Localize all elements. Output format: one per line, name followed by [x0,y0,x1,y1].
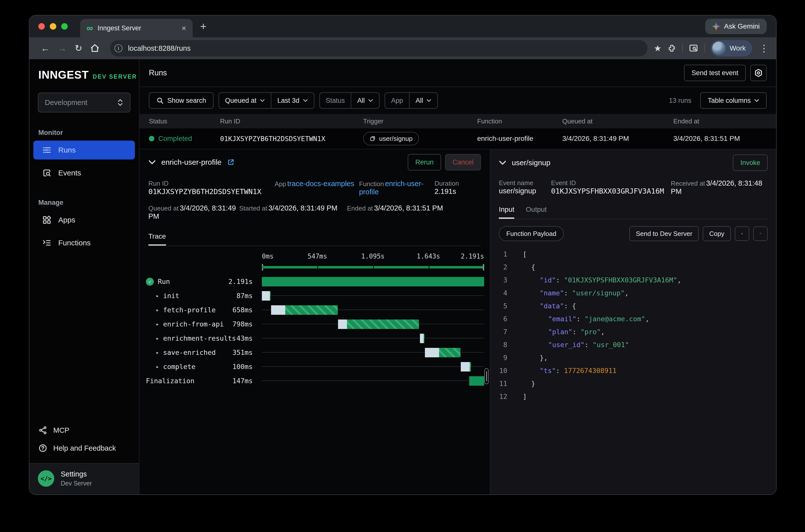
cancel-button[interactable]: Cancel [445,154,481,170]
sidebar-item-help[interactable]: Help and Feedback [30,439,139,457]
browser-menu-icon[interactable]: ⋮ [759,43,769,54]
close-window-button[interactable] [38,23,45,30]
profile-button[interactable]: Work [711,40,752,56]
extensions-icon[interactable] [667,44,676,53]
collapse-chevron-icon[interactable] [148,160,156,165]
maximize-window-button[interactable] [61,23,68,30]
tab-trace[interactable]: Trace [148,232,166,246]
sidebar-item-mcp[interactable]: MCP [30,421,139,439]
minimap-handle-right[interactable] [483,264,484,270]
expand-button[interactable] [753,226,768,241]
line-number: 3 [490,276,507,284]
sidebar-item-functions[interactable]: Functions [33,233,135,252]
trace-bar[interactable] [420,334,425,343]
trace-row[interactable]: ▸init87ms [139,289,490,303]
sidebar-item-label: Events [58,169,81,177]
tab-output[interactable]: Output [526,206,547,219]
browser-window: ∞ Inngest Server × + Ask Gemini ← → ↻ i … [30,15,776,494]
code-line: 5"data": { [490,299,776,312]
status-filter[interactable]: Status All [319,92,380,109]
trace-row[interactable]: ▸enrich-from-api798ms [139,317,490,331]
copy-button[interactable]: Copy [703,226,731,241]
event-tabs: Input Output [499,206,768,219]
bookmark-star-icon[interactable]: ★ [654,43,661,53]
site-info-icon[interactable]: i [114,44,123,52]
send-to-dev-server-button[interactable]: Send to Dev Server [629,226,699,241]
chevron-down-icon [303,99,308,102]
word-wrap-button[interactable] [735,226,749,241]
home-icon[interactable] [90,43,99,53]
dev-server-code-icon: </> [38,470,54,487]
table-row[interactable]: Completed 01KJXSYPZYB6TH2DSDSYETWN1X use… [139,128,776,149]
trace-row[interactable]: ▸complete100ms [139,360,490,374]
show-search-button[interactable]: Show search [149,92,213,109]
trace-row[interactable]: Finalization147ms [139,374,490,388]
trace-bar[interactable] [469,376,484,386]
trace-bar[interactable] [461,362,471,372]
send-test-event-button[interactable]: Send test event [684,65,746,81]
settings-row[interactable]: </> Settings Dev Server [30,463,139,494]
side-panel-search-icon[interactable] [689,43,698,53]
event-id-value: 01KJXSYPSFHBXX03GRJFV3A16M [551,187,664,195]
trace-bar[interactable] [262,291,270,301]
new-tab-button[interactable]: + [200,20,207,33]
axis-tick: 1.095s [361,252,385,260]
trigger-pill[interactable]: user/signup [363,132,419,145]
help-circle-icon [38,444,47,453]
trace-bar[interactable] [338,320,419,329]
chevron-right-icon[interactable]: ▸ [156,349,159,356]
collapse-chevron-icon[interactable] [499,160,506,165]
chevron-right-icon[interactable]: ▸ [156,321,159,327]
trace-row[interactable]: ▸save-enriched351ms [139,345,490,360]
url-bar[interactable]: i localhost:8288/runs [110,40,648,56]
trace-bar[interactable] [425,348,461,357]
step-name: save-enriched [163,348,216,356]
sidebar-item-apps[interactable]: Apps [33,210,135,229]
environment-select[interactable]: Development [38,93,130,112]
axis-tick: 547ms [308,252,327,260]
app-link[interactable]: trace-docs-examples [287,180,354,188]
trace-row[interactable]: ▸fetch-profile658ms [139,303,490,317]
column-header: Function [477,117,562,125]
chevron-right-icon[interactable]: ▸ [156,363,159,370]
back-icon[interactable]: ← [41,44,50,53]
sidebar-item-events[interactable]: Events [33,164,135,183]
external-link-icon[interactable] [227,158,235,166]
page-title: Runs [149,69,167,77]
settings-gear-button[interactable] [750,65,767,81]
app-filter[interactable]: App All [385,92,438,109]
word-wrap-icon [741,230,743,238]
trace-row[interactable]: ✓Run2.191s [139,274,490,289]
scrollbar-thumb[interactable] [484,368,489,384]
event-title: user/signup [512,158,550,167]
started-at-value: 3/4/2026, 8:31:49 PM [268,204,337,212]
tab-input[interactable]: Input [499,206,514,219]
forward-icon[interactable]: → [58,44,67,53]
function-payload-pill[interactable]: Function Payload [499,226,564,241]
trace-row[interactable]: ▸enrichment-results43ms [139,331,490,345]
trace-bar[interactable] [262,277,484,286]
reload-icon[interactable]: ↻ [75,44,82,53]
time-filter[interactable]: Queued at Last 3d [219,92,314,109]
payload-code[interactable]: 1[2{3"id": "01KJXSYPSFHBXX03GRJFV3A16M",… [490,248,776,403]
ask-gemini-button[interactable]: Ask Gemini [705,19,767,34]
functions-list-icon [42,239,51,247]
invoke-button[interactable]: Invoke [733,154,768,171]
rerun-button[interactable]: Rerun [408,154,441,170]
sidebar-item-runs[interactable]: Runs [33,140,135,159]
step-duration: 2.191s [228,278,252,285]
status-text: Completed [158,135,192,142]
trace-minimap[interactable] [262,263,484,271]
sidebar-item-label: MCP [53,426,69,435]
browser-tab[interactable]: ∞ Inngest Server × [80,19,193,37]
tab-close-icon[interactable]: × [182,24,186,33]
chevron-right-icon[interactable]: ▸ [156,292,159,299]
code-line: 2{ [490,261,776,273]
trace-bar[interactable] [271,305,338,315]
environment-select-value: Development [45,98,87,107]
field-label: App [275,180,286,188]
table-columns-button[interactable]: Table columns [700,92,767,109]
chevron-right-icon[interactable]: ▸ [156,335,159,341]
chevron-right-icon[interactable]: ▸ [156,307,159,313]
minimize-window-button[interactable] [50,23,56,30]
